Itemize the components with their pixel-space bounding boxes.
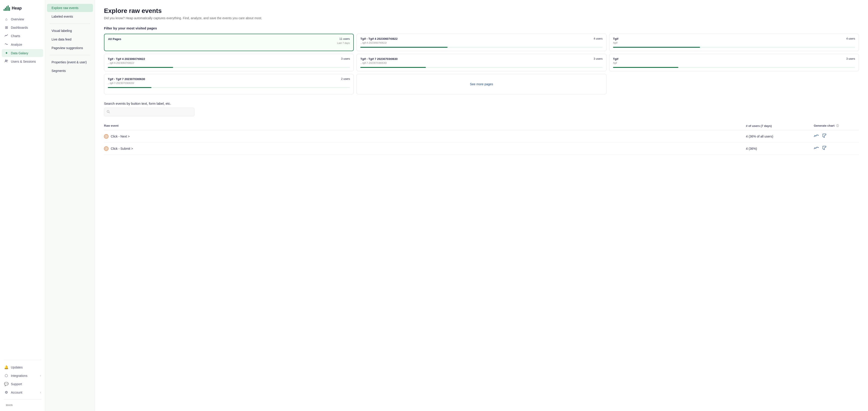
middle-nav-explore-raw-events[interactable]: Explore raw events	[47, 4, 93, 12]
middle-nav-label: Visual labeling	[52, 29, 72, 33]
middle-nav-label: Explore raw events	[52, 6, 79, 10]
dashboards-icon: ⊞	[4, 25, 8, 30]
search-label: Search events by button text, form label…	[104, 101, 859, 106]
logo-bar-4	[8, 5, 8, 11]
line-chart-icon[interactable]	[814, 146, 819, 151]
middle-nav-live-data-feed[interactable]: Live data feed	[47, 35, 93, 43]
progress-bar	[360, 47, 447, 48]
sidebar-item-charts[interactable]: Charts	[2, 32, 43, 40]
home-icon: ⌂	[4, 17, 8, 21]
chart-actions	[814, 134, 859, 139]
page-card-tgif-simple-1[interactable]: Tgif 4 users /tgif/	[609, 34, 859, 51]
col-header-event: Raw event	[104, 124, 746, 128]
line-chart-icon[interactable]	[814, 134, 819, 139]
page-card-all-pages[interactable]: All Pages 11 users Last 7 days	[104, 34, 354, 51]
sidebar-item-users-sessions[interactable]: Users & Sessions	[2, 57, 43, 66]
logo-bar-5	[9, 7, 10, 11]
sidebar-item-label: Dashboards	[11, 26, 28, 29]
charts-icon	[4, 34, 8, 38]
page-card-tgif-1[interactable]: Tgif - Tgif 4 20230607t0822 4 users ...t…	[356, 34, 606, 51]
middle-nav-label: Pageview suggestions	[52, 46, 83, 50]
col-header-chart: Generate chart ⓘ	[814, 124, 859, 128]
page-card-tgif-3[interactable]: Tgif - Tgif 7 20230703t0630 3 users ...t…	[356, 54, 606, 71]
sidebar-item-label: Analyze	[11, 43, 22, 47]
main-content: Explore raw events Did you know? Heap au…	[95, 0, 868, 411]
svg-point-1	[7, 60, 8, 61]
table-row: Click - Submit > 4 (36%)	[104, 143, 859, 155]
filter-section-label: Filter by your most visited pages	[104, 26, 859, 30]
card-name: Tgif	[613, 57, 618, 61]
svg-point-7	[818, 147, 819, 148]
page-card-tgif-simple-2[interactable]: Tgif 3 users /tgif	[609, 54, 859, 71]
middle-nav-label: Labeled events	[52, 15, 73, 18]
search-section: Search events by button text, form label…	[104, 101, 859, 116]
middle-nav-labeled-events[interactable]: Labeled events	[47, 12, 93, 21]
card-users: 3 users	[594, 57, 602, 60]
progress-container	[108, 67, 350, 68]
chart-actions	[814, 146, 859, 151]
sidebar-item-analyze[interactable]: Analyze	[2, 40, 43, 49]
users-count: 4 (36% of all users)	[746, 135, 814, 138]
svg-point-5	[818, 135, 819, 136]
sidebar-item-label: Users & Sessions	[11, 60, 36, 63]
sidebar-item-data-galaxy[interactable]: ✦ Data Galaxy	[2, 49, 43, 57]
progress-bar	[108, 67, 173, 68]
sidebar-item-overview[interactable]: ⌂ Overview	[2, 16, 43, 23]
event-name: Click - Next >	[111, 135, 130, 138]
middle-divider-2	[50, 55, 90, 55]
funnel-chart-icon[interactable]	[822, 146, 827, 151]
event-type-icon	[104, 134, 108, 139]
sidebar-divider	[4, 360, 41, 360]
sidebar-item-integrations[interactable]: ⬡ Integrations ›	[2, 372, 43, 380]
table-header: Raw event # of users (7 days) Generate c…	[104, 122, 859, 130]
card-timeframe: Last 7 days	[337, 41, 350, 44]
middle-nav-label: Segments	[52, 69, 66, 72]
progress-container	[613, 67, 855, 68]
sidebar-nav: ⌂ Overview ⊞ Dashboards Charts Analyze ✦…	[0, 16, 45, 407]
card-url: /tgif	[613, 61, 617, 64]
generate-chart-info-icon[interactable]: ⓘ	[836, 124, 839, 127]
sidebar-item-support[interactable]: 💬 Support	[2, 380, 43, 388]
card-users: 2 users	[341, 77, 350, 81]
progress-container	[613, 47, 855, 48]
see-more-pages-link[interactable]: See more pages	[470, 82, 493, 86]
card-users: 4 users	[594, 37, 602, 40]
account-icon: ⚙	[4, 390, 8, 394]
card-users: 4 users	[846, 37, 855, 40]
account-arrow: ›	[40, 391, 41, 394]
progress-bar	[613, 47, 700, 48]
event-cell: Click - Submit >	[104, 146, 746, 151]
sidebar-item-label: Support	[11, 382, 22, 386]
users-count: 4 (36%)	[746, 147, 814, 150]
search-icon	[107, 110, 110, 114]
card-url: ...tgif-7-20230703t0630/	[108, 82, 134, 84]
left-sidebar: Heap ⌂ Overview ⊞ Dashboards Charts Anal…	[0, 0, 45, 411]
users-icon	[4, 59, 8, 64]
progress-container	[108, 87, 350, 88]
middle-nav-label: Properties (event & user)	[52, 60, 87, 64]
event-cell: Click - Next >	[104, 134, 746, 139]
middle-nav-pageview-suggestions[interactable]: Pageview suggestions	[47, 44, 93, 52]
logo-container: Heap	[0, 4, 45, 16]
page-card-tgif-2[interactable]: Tgif - Tgif 4 20230607t0822 3 users ...t…	[104, 54, 354, 71]
card-users: 11 users	[339, 37, 350, 40]
page-card-tgif-4[interactable]: Tgif - Tgif 7 20230703t0630 2 users ...t…	[104, 74, 354, 94]
search-input[interactable]	[104, 108, 194, 116]
sidebar-item-updates[interactable]: 🔔 Updates	[2, 363, 43, 371]
sidebar-item-account[interactable]: ⚙ Account ›	[2, 388, 43, 396]
progress-bar	[360, 67, 426, 68]
funnel-chart-icon[interactable]	[822, 134, 827, 139]
middle-nav-properties[interactable]: Properties (event & user)	[47, 58, 93, 66]
event-name: Click - Submit >	[111, 147, 133, 150]
card-url: ...tgif-7-20230703t0630/	[360, 61, 387, 64]
middle-panel: Explore raw events Labeled events Visual…	[45, 0, 95, 411]
card-users: 3 users	[341, 57, 350, 60]
updates-icon: 🔔	[4, 365, 8, 370]
middle-nav-segments[interactable]: Segments	[47, 67, 93, 75]
middle-nav-visual-labeling[interactable]: Visual labeling	[47, 27, 93, 35]
sidebar-item-dashboards[interactable]: ⊞ Dashboards	[2, 24, 43, 31]
analyze-icon	[4, 42, 8, 47]
sidebar-item-label: Integrations	[11, 374, 27, 378]
progress-container	[360, 47, 602, 48]
see-more-pages-card[interactable]: See more pages	[356, 74, 606, 94]
